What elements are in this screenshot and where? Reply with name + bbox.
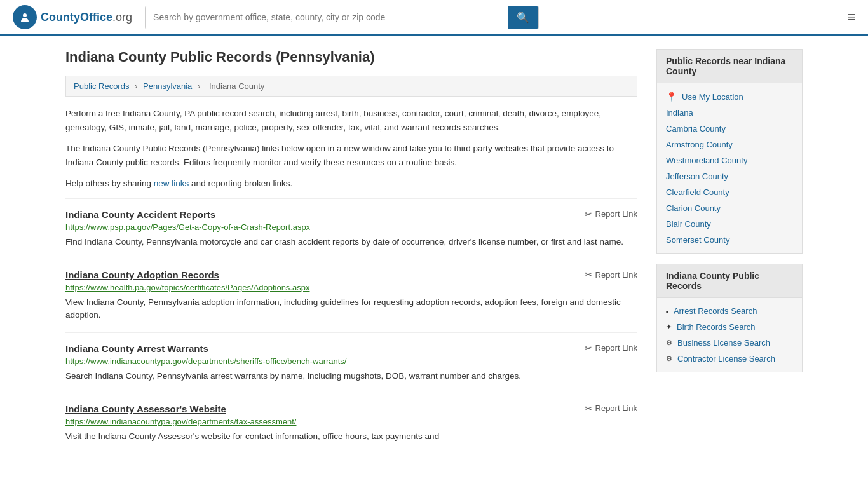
breadcrumb: Public Records › Pennsylvania › Indiana …: [65, 76, 637, 97]
record-url[interactable]: https://www.indianacountypa.gov/departme…: [65, 417, 637, 426]
description-1: Perform a free Indiana County, PA public…: [65, 107, 637, 134]
page-title: Indiana County Public Records (Pennsylva…: [65, 49, 637, 65]
record-description: Search Indiana County, Pennsylvania arre…: [65, 370, 637, 383]
record-entry: Indiana County Arrest Warrants ✂ Report …: [65, 332, 637, 393]
records-items: ▪ Arrest Records Search ✦ Birth Records …: [657, 303, 802, 367]
description-3: Help others by sharing new links and rep…: [65, 177, 637, 191]
breadcrumb-public-records[interactable]: Public Records: [74, 81, 129, 91]
search-bar: 🔍: [145, 6, 539, 29]
report-link-button[interactable]: ✂ Report Link: [585, 343, 637, 353]
sidebar-record-link[interactable]: Birth Records Search: [677, 322, 756, 332]
record-entry: Indiana County Adoption Records ✂ Report…: [65, 259, 637, 332]
record-description: Visit the Indiana County Assessor's webs…: [65, 430, 637, 443]
record-url[interactable]: https://www.indianacountypa.gov/departme…: [65, 356, 637, 366]
report-icon: ✂: [585, 209, 592, 219]
nearby-item[interactable]: Armstrong County: [657, 137, 802, 152]
report-link-label: Report Link: [595, 209, 637, 219]
breadcrumb-sep2: ›: [198, 81, 203, 91]
rec-icon: ⚙: [666, 339, 672, 347]
nearby-item-link[interactable]: Blair County: [666, 219, 711, 229]
report-link-label: Report Link: [595, 270, 637, 280]
record-description: View Indiana County, Pennsylvania adopti…: [65, 296, 637, 322]
breadcrumb-sep1: ›: [135, 81, 140, 91]
report-icon: ✂: [585, 343, 592, 353]
report-link-button[interactable]: ✂ Report Link: [585, 209, 637, 219]
report-link-button[interactable]: ✂ Report Link: [585, 403, 637, 414]
record-entry: Indiana County Assessor's Website ✂ Repo…: [65, 393, 637, 453]
nearby-item[interactable]: Jefferson County: [657, 168, 802, 184]
record-title[interactable]: Indiana County Accident Reports: [65, 209, 215, 220]
nearby-item[interactable]: Clearfield County: [657, 184, 802, 200]
record-url[interactable]: https://www.health.pa.gov/topics/certifi…: [65, 283, 637, 292]
svg-point-1: [23, 13, 27, 17]
site-header: CountyOffice.org 🔍 ≡: [0, 0, 868, 36]
record-title[interactable]: Indiana County Adoption Records: [65, 269, 219, 280]
record-header: Indiana County Accident Reports ✂ Report…: [65, 209, 637, 220]
record-title[interactable]: Indiana County Assessor's Website: [65, 403, 226, 414]
sidebar-record-item[interactable]: ✦ Birth Records Search: [657, 319, 802, 335]
sidebar-record-link[interactable]: Contractor License Search: [677, 354, 775, 363]
nearby-item-link[interactable]: Clarion County: [666, 203, 721, 213]
use-my-location-item[interactable]: 📍 Use My Location: [657, 88, 802, 105]
nearby-items: IndianaCambria CountyArmstrong CountyWes…: [657, 105, 802, 248]
records-section: Indiana County Public Records ▪ Arrest R…: [656, 264, 803, 372]
report-icon: ✂: [585, 403, 592, 414]
sidebar-record-item[interactable]: ⚙ Contractor License Search: [657, 351, 802, 367]
breadcrumb-indiana-county: Indiana County: [209, 81, 264, 91]
nearby-item-link[interactable]: Indiana: [666, 108, 693, 118]
records-section-content: ▪ Arrest Records Search ✦ Birth Records …: [657, 298, 802, 372]
nearby-section-title: Public Records near Indiana County: [657, 50, 802, 83]
records-list: Indiana County Accident Reports ✂ Report…: [65, 198, 637, 453]
sidebar-record-link[interactable]: Business License Search: [677, 338, 770, 348]
breadcrumb-pennsylvania[interactable]: Pennsylvania: [143, 81, 192, 91]
record-entry: Indiana County Accident Reports ✂ Report…: [65, 198, 637, 259]
logo-icon: [13, 5, 37, 29]
nearby-item[interactable]: Clarion County: [657, 200, 802, 216]
record-url[interactable]: https://www.psp.pa.gov/Pages/Get-a-Copy-…: [65, 222, 637, 232]
rec-icon: ⚙: [666, 355, 672, 363]
nearby-item-link[interactable]: Armstrong County: [666, 140, 733, 149]
nearby-item[interactable]: Cambria County: [657, 121, 802, 137]
sidebar-record-item[interactable]: ⚙ Business License Search: [657, 335, 802, 351]
record-description: Find Indiana County, Pennsylvania motorc…: [65, 236, 637, 248]
search-input[interactable]: [146, 6, 508, 29]
nearby-item[interactable]: Westmoreland County: [657, 152, 802, 168]
record-header: Indiana County Assessor's Website ✂ Repo…: [65, 403, 637, 414]
records-section-title: Indiana County Public Records: [657, 264, 802, 298]
record-header: Indiana County Arrest Warrants ✂ Report …: [65, 343, 637, 354]
report-link-label: Report Link: [595, 343, 637, 353]
nearby-item-link[interactable]: Jefferson County: [666, 172, 728, 181]
logo-text: CountyOffice.org: [41, 11, 132, 24]
nearby-item[interactable]: Indiana: [657, 105, 802, 121]
nearby-item-link[interactable]: Somerset County: [666, 235, 729, 245]
new-links-link[interactable]: new links: [154, 179, 189, 188]
nearby-item-link[interactable]: Cambria County: [666, 124, 726, 133]
menu-icon[interactable]: ≡: [847, 9, 855, 25]
nearby-item[interactable]: Somerset County: [657, 232, 802, 248]
site-logo[interactable]: CountyOffice.org: [13, 5, 132, 29]
nearby-item-link[interactable]: Westmoreland County: [666, 156, 747, 165]
record-title[interactable]: Indiana County Arrest Warrants: [65, 343, 208, 354]
rec-icon: ▪: [666, 308, 668, 315]
report-link-label: Report Link: [595, 403, 637, 413]
content-area: Indiana County Public Records (Pennsylva…: [65, 49, 637, 453]
description-2: The Indiana County Public Records (Penns…: [65, 142, 637, 169]
nearby-section: Public Records near Indiana County 📍 Use…: [656, 49, 803, 254]
use-my-location-link[interactable]: Use My Location: [682, 92, 743, 102]
rec-icon: ✦: [666, 323, 672, 331]
report-link-button[interactable]: ✂ Report Link: [585, 269, 637, 280]
main-container: Indiana County Public Records (Pennsylva…: [53, 36, 815, 466]
search-button[interactable]: 🔍: [508, 6, 538, 29]
sidebar: Public Records near Indiana County 📍 Use…: [656, 49, 803, 453]
sidebar-record-link[interactable]: Arrest Records Search: [674, 306, 757, 316]
nearby-section-content: 📍 Use My Location IndianaCambria CountyA…: [657, 83, 802, 253]
nearby-item[interactable]: Blair County: [657, 216, 802, 232]
location-icon: 📍: [666, 92, 677, 102]
report-icon: ✂: [585, 269, 592, 280]
nearby-item-link[interactable]: Clearfield County: [666, 187, 729, 197]
sidebar-record-item[interactable]: ▪ Arrest Records Search: [657, 303, 802, 319]
record-header: Indiana County Adoption Records ✂ Report…: [65, 269, 637, 280]
